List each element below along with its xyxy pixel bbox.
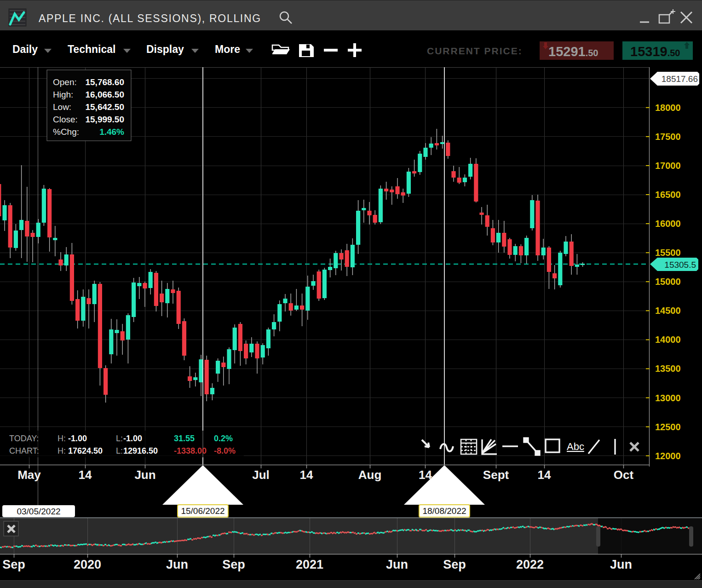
svg-text:18000: 18000: [655, 103, 681, 113]
svg-text:17624.50: 17624.50: [68, 446, 103, 455]
svg-text:16000: 16000: [655, 219, 681, 229]
svg-text:%Chg:: %Chg:: [53, 127, 79, 137]
svg-text:12500: 12500: [655, 422, 681, 432]
svg-text:May: May: [17, 468, 41, 482]
svg-text:13000: 13000: [655, 393, 681, 403]
svg-text:-8.0%: -8.0%: [214, 446, 236, 455]
svg-text:H:: H:: [58, 446, 66, 455]
svg-text:03/05/2022: 03/05/2022: [17, 507, 60, 516]
svg-text:15,642.50: 15,642.50: [85, 102, 124, 112]
svg-text:15/06/2022: 15/06/2022: [181, 506, 224, 516]
svg-text:14000: 14000: [655, 334, 681, 345]
svg-text:Sep: Sep: [2, 558, 25, 571]
svg-text:14: 14: [300, 468, 313, 482]
svg-text:18/08/2022: 18/08/2022: [422, 506, 466, 516]
svg-text:18517.66: 18517.66: [662, 74, 698, 84]
svg-text:L:: L:: [116, 434, 123, 443]
svg-text:1.46%: 1.46%: [99, 127, 124, 137]
svg-text:Jun: Jun: [386, 558, 408, 571]
svg-text:Low:: Low:: [53, 102, 71, 112]
svg-text:Abc: Abc: [567, 441, 584, 452]
svg-text:Sep: Sep: [443, 558, 466, 571]
svg-text:16,066.50: 16,066.50: [85, 90, 124, 99]
svg-text:CHART:: CHART:: [9, 446, 39, 455]
svg-text:Oct: Oct: [614, 468, 634, 482]
svg-text:14: 14: [538, 468, 551, 482]
svg-text:-1.00: -1.00: [123, 434, 142, 443]
svg-text:15305.5: 15305.5: [664, 260, 696, 270]
svg-text:Jun: Jun: [610, 558, 632, 571]
svg-text:17000: 17000: [655, 161, 681, 171]
svg-text:Close:: Close:: [53, 115, 78, 124]
svg-text:31.55: 31.55: [174, 434, 195, 443]
svg-text:Jun: Jun: [166, 558, 188, 571]
svg-text:17500: 17500: [655, 132, 681, 142]
svg-text:15,768.60: 15,768.60: [85, 77, 124, 87]
svg-text:L:: L:: [116, 446, 123, 455]
svg-text:Sept: Sept: [483, 468, 509, 482]
svg-text:2020: 2020: [74, 558, 101, 571]
svg-text:0.2%: 0.2%: [214, 434, 233, 443]
svg-text:H:: H:: [58, 434, 66, 443]
svg-text:12000: 12000: [655, 451, 681, 461]
svg-text:2022: 2022: [516, 558, 544, 571]
svg-text:-1338.00: -1338.00: [174, 446, 207, 455]
svg-text:16500: 16500: [655, 190, 681, 200]
svg-text:2021: 2021: [296, 558, 323, 571]
svg-text:High:: High:: [53, 90, 73, 99]
svg-text:Jul: Jul: [252, 468, 270, 482]
svg-text:TODAY:: TODAY:: [9, 434, 39, 443]
svg-text:15500: 15500: [655, 248, 681, 258]
svg-text:Open:: Open:: [53, 77, 77, 87]
svg-text:13500: 13500: [655, 363, 681, 374]
svg-text:14: 14: [79, 468, 92, 482]
svg-text:15000: 15000: [655, 277, 681, 287]
svg-text:Aug: Aug: [358, 468, 382, 482]
svg-text:15,999.50: 15,999.50: [85, 115, 124, 124]
svg-text:Jun: Jun: [134, 468, 155, 482]
svg-text:Sep: Sep: [222, 558, 245, 571]
svg-text:14500: 14500: [655, 306, 681, 316]
svg-text:12916.50: 12916.50: [123, 446, 158, 455]
svg-text:-1.00: -1.00: [68, 434, 87, 443]
